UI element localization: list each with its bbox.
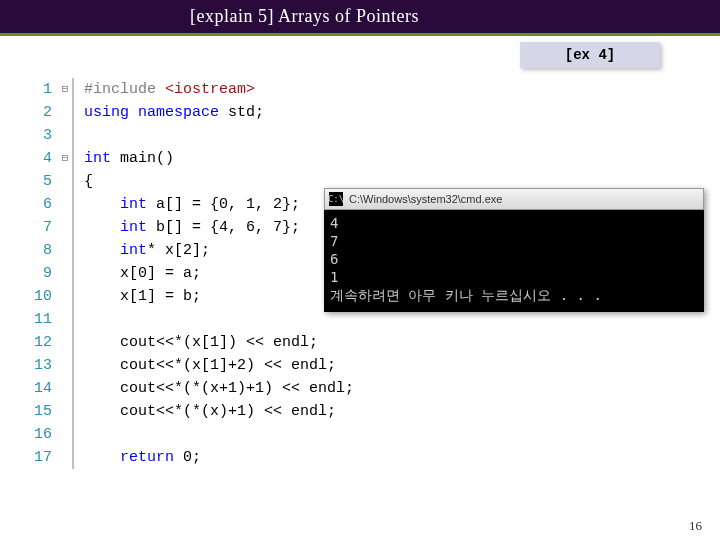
code-line: 7 int b[] = {4, 6, 7}; [30, 216, 354, 239]
code-line: 10 x[1] = b; [30, 285, 354, 308]
page-number: 16 [689, 518, 702, 534]
console-line: 4 [330, 214, 698, 232]
code-text: int b[] = {4, 6, 7}; [84, 216, 300, 239]
line-number: 4 [30, 147, 58, 170]
line-number: 3 [30, 124, 58, 147]
code-line: 1⊟#include <iostream> [30, 78, 354, 101]
code-text: int* x[2]; [84, 239, 210, 262]
code-text: cout<<*(x[1]+2) << endl; [84, 354, 336, 377]
code-text: return 0; [84, 446, 201, 469]
fold-icon[interactable]: ⊟ [58, 78, 72, 101]
code-text: cout<<*(x[1]) << endl; [84, 331, 318, 354]
code-text: x[1] = b; [84, 285, 201, 308]
code-text: cout<<*(*(x+1)+1) << endl; [84, 377, 354, 400]
line-number: 16 [30, 423, 58, 446]
slide-title: [explain 5] Arrays of Pointers [190, 6, 419, 27]
console-window: C:\ C:\Windows\system32\cmd.exe 4 7 6 1 … [324, 188, 704, 312]
code-line: 4⊟int main() [30, 147, 354, 170]
code-line: 9 x[0] = a; [30, 262, 354, 285]
line-number: 6 [30, 193, 58, 216]
line-number: 8 [30, 239, 58, 262]
example-badge-label: [ex 4] [565, 47, 615, 63]
code-line: 11 [30, 308, 354, 331]
line-number: 15 [30, 400, 58, 423]
code-line: 2using namespace std; [30, 101, 354, 124]
line-number: 9 [30, 262, 58, 285]
code-line: 13 cout<<*(x[1]+2) << endl; [30, 354, 354, 377]
example-badge: [ex 4] [520, 42, 660, 68]
code-line: 12 cout<<*(x[1]) << endl; [30, 331, 354, 354]
console-line: 7 [330, 232, 698, 250]
line-number: 12 [30, 331, 58, 354]
code-text: using namespace std; [84, 101, 264, 124]
console-line: 1 [330, 268, 698, 286]
code-text: cout<<*(*(x)+1) << endl; [84, 400, 336, 423]
code-text: #include <iostream> [84, 78, 255, 101]
code-text: { [84, 170, 93, 193]
code-text: int a[] = {0, 1, 2}; [84, 193, 300, 216]
code-line: 15 cout<<*(*(x)+1) << endl; [30, 400, 354, 423]
line-number: 11 [30, 308, 58, 331]
line-number: 2 [30, 101, 58, 124]
code-line: 6 int a[] = {0, 1, 2}; [30, 193, 354, 216]
cmd-icon: C:\ [329, 192, 343, 206]
code-line: 3 [30, 124, 354, 147]
line-number: 5 [30, 170, 58, 193]
console-output: 4 7 6 1 계속하려면 아무 키나 누르십시오 . . . [324, 210, 704, 312]
code-line: 14 cout<<*(*(x+1)+1) << endl; [30, 377, 354, 400]
line-number: 10 [30, 285, 58, 308]
line-number: 14 [30, 377, 58, 400]
code-line: 17 return 0; [30, 446, 354, 469]
code-line: 16 [30, 423, 354, 446]
code-text: int main() [84, 147, 174, 170]
line-number: 7 [30, 216, 58, 239]
slide-titlebar: [explain 5] Arrays of Pointers [0, 0, 720, 36]
line-number: 17 [30, 446, 58, 469]
console-line: 계속하려면 아무 키나 누르십시오 . . . [330, 286, 698, 304]
line-number: 13 [30, 354, 58, 377]
line-number: 1 [30, 78, 58, 101]
code-line: 8 int* x[2]; [30, 239, 354, 262]
code-line: 5{ [30, 170, 354, 193]
code-text: x[0] = a; [84, 262, 201, 285]
fold-icon[interactable]: ⊟ [58, 147, 72, 170]
console-line: 6 [330, 250, 698, 268]
code-editor: 1⊟#include <iostream> 2using namespace s… [30, 78, 354, 469]
console-titlebar[interactable]: C:\ C:\Windows\system32\cmd.exe [324, 188, 704, 210]
console-title-text: C:\Windows\system32\cmd.exe [349, 193, 502, 205]
